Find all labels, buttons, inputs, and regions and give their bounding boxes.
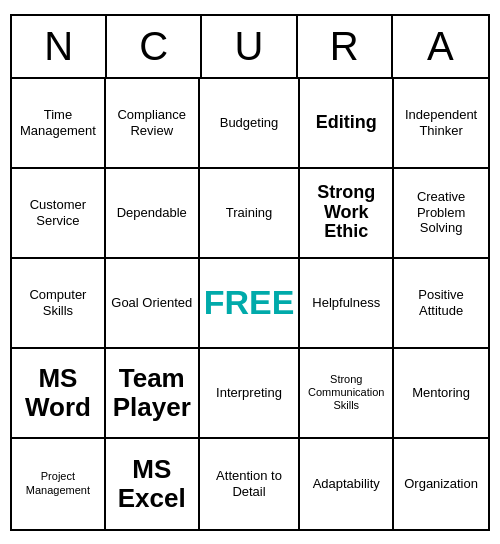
header-A: A [393,16,488,77]
cell-23: Adaptability [300,439,394,529]
cell-18: Strong Communication Skills [300,349,394,439]
header-R: R [298,16,393,77]
cell-24: Organization [394,439,488,529]
cell-8: Strong Work Ethic [300,169,394,259]
bingo-card: NCURA Time ManagementCompliance ReviewBu… [10,14,490,531]
cell-20: Project Management [12,439,106,529]
cell-17: Interpreting [200,349,301,439]
header-N: N [12,16,107,77]
cell-15: MS Word [12,349,106,439]
cell-7: Training [200,169,301,259]
header-row: NCURA [12,16,488,79]
cell-3: Editing [300,79,394,169]
cell-2: Budgeting [200,79,301,169]
cell-0: Time Management [12,79,106,169]
cell-9: Creative Problem Solving [394,169,488,259]
cell-22: Attention to Detail [200,439,301,529]
header-U: U [202,16,297,77]
header-C: C [107,16,202,77]
bingo-grid: Time ManagementCompliance ReviewBudgetin… [12,79,488,529]
cell-16: Team Player [106,349,200,439]
cell-11: Goal Oriented [106,259,200,349]
cell-4: Independent Thinker [394,79,488,169]
cell-13: Helpfulness [300,259,394,349]
cell-21: MS Excel [106,439,200,529]
cell-14: Positive Attitude [394,259,488,349]
cell-19: Mentoring [394,349,488,439]
cell-6: Dependable [106,169,200,259]
cell-10: Computer Skills [12,259,106,349]
cell-1: Compliance Review [106,79,200,169]
cell-5: Customer Service [12,169,106,259]
cell-12: FREE [200,259,301,349]
